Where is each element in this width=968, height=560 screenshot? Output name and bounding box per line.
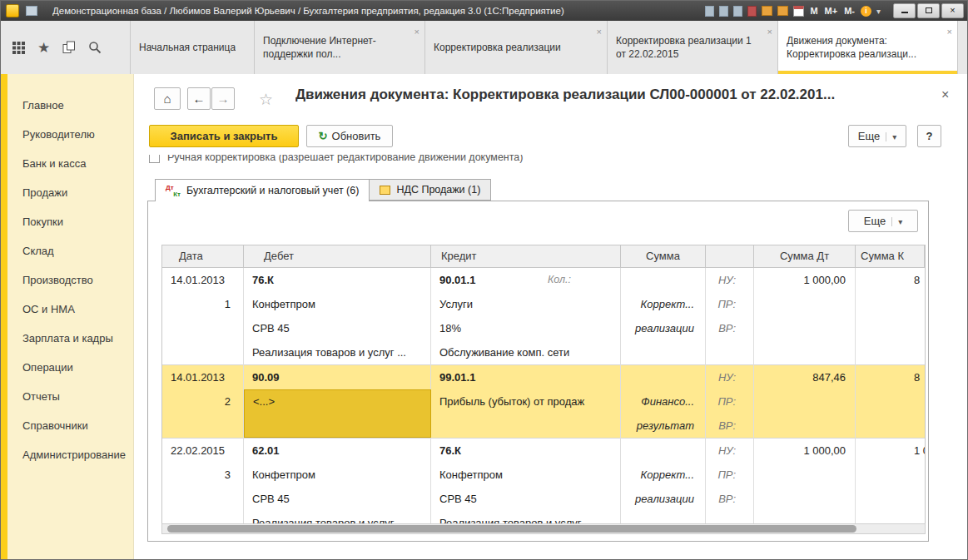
mark-icon[interactable] <box>747 6 757 17</box>
col-credit[interactable]: Кредит <box>431 245 621 267</box>
cell-credit-subconto[interactable]: Конфетпром <box>431 463 621 487</box>
sidebar-item-administration[interactable]: Администрирование <box>7 440 133 469</box>
chevron-down-icon[interactable]: ▾ <box>876 7 881 16</box>
tab-accounting-register[interactable]: ДтКт Бухгалтерский и налоговый учет (6) <box>155 179 370 201</box>
cell-debit-subconto[interactable]: Конфетпром <box>244 292 431 316</box>
tax-label-nu[interactable]: НУ: <box>706 268 754 292</box>
calendar-icon[interactable] <box>793 6 804 17</box>
tab-correction-1[interactable]: Корректировка реализации 1 от 22.02.2015… <box>608 21 778 74</box>
form-close-icon[interactable]: × <box>941 87 949 102</box>
cell-credit-subconto[interactable]: 18% <box>431 316 621 340</box>
help-button[interactable]: ? <box>917 125 941 147</box>
tax-label-vr[interactable]: ВР: <box>706 487 754 511</box>
tab-internet-support[interactable]: Подключение Интернет-поддержки пол... × <box>255 21 425 74</box>
table-row-group[interactable]: 14.01.2013 1 76.К Конфетпром СРВ 45 Реал… <box>162 268 925 365</box>
cell-sum-label[interactable]: реализации <box>621 487 706 511</box>
cell-debit-subconto[interactable]: Реализация товаров и услуг ... <box>244 511 431 523</box>
cell-row-number[interactable]: 3 <box>162 463 244 487</box>
cell-sum-kt[interactable]: 8 <box>856 365 925 389</box>
cell-credit-subconto[interactable]: Обслуживание комп. сети <box>431 340 621 364</box>
sidebar-item-payroll[interactable]: Зарплата и кадры <box>7 324 133 353</box>
col-debit[interactable]: Дебет <box>244 245 431 267</box>
cell-debit-subconto[interactable]: СРВ 45 <box>244 487 431 511</box>
tax-label-nu[interactable]: НУ: <box>706 365 754 389</box>
minimize-button[interactable] <box>893 3 916 18</box>
cell-date[interactable]: 14.01.2013 <box>162 365 244 389</box>
tab-close-icon[interactable]: × <box>767 27 772 37</box>
horizontal-scrollbar[interactable] <box>161 523 926 534</box>
cell-debit-account[interactable]: 62.01 <box>244 439 431 463</box>
cell-credit-account[interactable]: 76.К <box>431 439 621 463</box>
info-icon[interactable]: i <box>861 6 871 17</box>
favorites-icon[interactable]: ★ <box>37 41 50 55</box>
copy-icon[interactable] <box>719 6 728 17</box>
cell-sum-label[interactable]: Финансо... <box>621 389 706 414</box>
cell-debit-account[interactable]: 76.К <box>244 268 431 292</box>
close-button[interactable]: × <box>941 3 964 18</box>
sidebar-item-main[interactable]: Главное <box>7 91 133 120</box>
tax-label-nu[interactable]: НУ: <box>706 439 754 463</box>
sidebar-item-production[interactable]: Производство <box>7 265 133 295</box>
memory-minus-button[interactable]: M- <box>843 6 856 16</box>
cell-sum-dt[interactable]: 1 000,00 <box>754 268 856 292</box>
tab-document-movements[interactable]: Движения документа: Корректировка реализ… <box>778 21 958 74</box>
history-icon[interactable] <box>62 41 76 54</box>
cell-debit-subconto[interactable]: Реализация товаров и услуг ... <box>244 340 431 364</box>
tab-close-icon[interactable]: × <box>947 27 952 37</box>
save-close-button[interactable]: Записать и закрыть <box>149 125 299 147</box>
col-sum-dt[interactable]: Сумма Дт <box>754 245 856 267</box>
sidebar-item-references[interactable]: Справочники <box>7 411 133 440</box>
tax-label-vr[interactable]: ВР: <box>706 414 754 438</box>
sidebar-item-manager[interactable]: Руководителю <box>7 120 133 149</box>
home-button[interactable]: ⌂ <box>154 87 181 110</box>
tab-correction[interactable]: Корректировка реализации × <box>425 21 608 74</box>
cell-sum-label[interactable]: Коррект... <box>621 463 706 487</box>
window-menu-icon[interactable] <box>26 6 37 16</box>
cell-debit-account[interactable]: 90.09 <box>244 365 431 389</box>
table-row-group-selected[interactable]: 14.01.2013 2 90.09 <...> 99.01.1 Прибыль… <box>162 365 925 439</box>
cell-credit-subconto[interactable]: СРВ 45 <box>431 487 621 511</box>
tax-label-pr[interactable]: ПР: <box>706 389 754 414</box>
tax-label-pr[interactable]: ПР: <box>706 292 754 316</box>
cell-credit-account[interactable]: 99.01.1 <box>431 365 621 389</box>
refresh-button[interactable]: ↻Обновить <box>306 125 393 147</box>
cell-row-number[interactable]: 1 <box>162 292 244 316</box>
tab-home[interactable]: Начальная страница <box>130 21 255 74</box>
more-button[interactable]: Еще▾ <box>848 125 906 147</box>
sidebar-item-operations[interactable]: Операции <box>7 353 133 382</box>
favorite-star-icon[interactable]: ☆ <box>259 90 273 109</box>
tab-vat-sales-register[interactable]: НДС Продажи (1) <box>369 179 491 201</box>
cell-credit-account[interactable]: 90.01.1 Кол.: <box>431 268 621 292</box>
table-more-button[interactable]: Еще▾ <box>848 210 918 232</box>
cell-credit-subconto[interactable]: Реализация товаров и услуг ... <box>431 511 621 523</box>
tab-close-icon[interactable]: × <box>415 27 419 37</box>
col-sum-kt[interactable]: Сумма К <box>856 245 925 267</box>
cell-debit-subconto[interactable]: СРВ 45 <box>244 316 431 340</box>
clipboard-icon[interactable] <box>733 6 742 17</box>
manual-adjustment-checkbox[interactable] <box>149 155 160 163</box>
col-date[interactable]: Дата <box>162 245 244 267</box>
table-icon[interactable] <box>777 6 788 16</box>
memory-button[interactable]: M <box>809 6 818 16</box>
menu-grid-icon[interactable] <box>12 42 25 54</box>
cell-credit-subconto[interactable]: Услуги <box>431 292 621 316</box>
cell-sum-dt[interactable]: 1 000,00 <box>754 439 856 463</box>
cell-sum-label[interactable]: реализации <box>621 316 706 340</box>
forward-button[interactable]: → <box>211 87 235 110</box>
cell-row-number[interactable]: 2 <box>162 389 244 414</box>
cell-sum-kt[interactable]: 8 <box>856 268 925 292</box>
table-row-group[interactable]: 22.02.2015 3 62.01 Конфетпром СРВ 45 Реа… <box>162 439 925 523</box>
col-tax[interactable] <box>706 245 754 267</box>
scrollbar-thumb[interactable] <box>167 525 856 533</box>
cell-date[interactable]: 22.02.2015 <box>162 439 244 463</box>
sidebar-item-bank-cash[interactable]: Банк и касса <box>7 149 133 178</box>
cell-sum-kt[interactable]: 1 0 <box>856 439 925 463</box>
tax-label-pr[interactable]: ПР: <box>706 463 754 487</box>
cell-date[interactable]: 14.01.2013 <box>162 268 244 292</box>
cell-sum-label[interactable]: результат <box>621 414 706 438</box>
cell-credit-subconto[interactable]: Прибыль (убыток) от продаж <box>431 389 621 414</box>
cell-sum-label[interactable]: Коррект... <box>621 292 706 316</box>
maximize-button[interactable] <box>917 3 940 18</box>
cell-debit-subconto-selected[interactable]: <...> <box>244 389 431 438</box>
cell-debit-subconto[interactable]: Конфетпром <box>244 463 431 487</box>
